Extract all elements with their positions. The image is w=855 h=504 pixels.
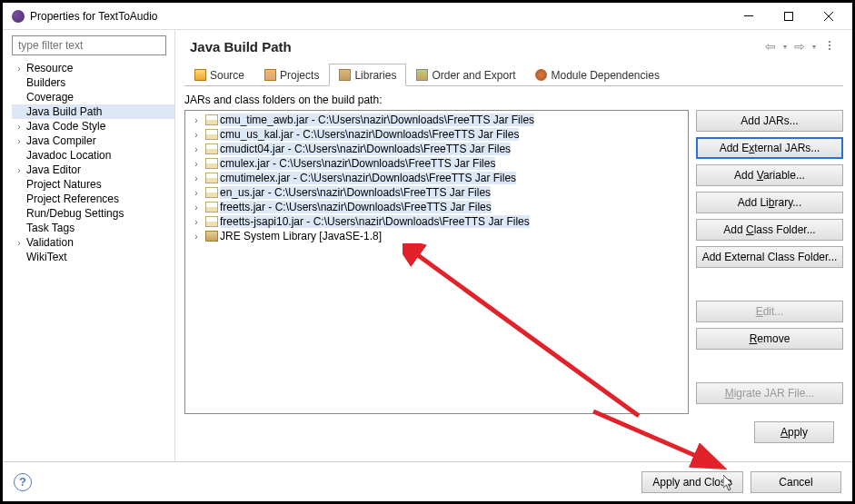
library-icon (205, 231, 218, 242)
sidebar-item-java-code-style[interactable]: ›Java Code Style (12, 119, 174, 133)
add-library-button[interactable]: Add Library... (696, 192, 843, 213)
jre-library-item[interactable]: › JRE System Library [JavaSE-1.8] (187, 229, 686, 243)
jar-item[interactable]: › freetts.jar - C:\Users\nazir\Downloads… (187, 200, 686, 214)
jar-item[interactable]: › freetts-jsapi10.jar - C:\Users\nazir\D… (187, 214, 686, 229)
help-icon[interactable]: ? (14, 473, 32, 491)
jar-item[interactable]: › cmutimelex.jar - C:\Users\nazir\Downlo… (187, 171, 686, 185)
sidebar-item-task-tags[interactable]: Task Tags (12, 221, 174, 235)
sidebar-item-project-natures[interactable]: Project Natures (12, 177, 174, 192)
jar-item[interactable]: › cmulex.jar - C:\Users\nazir\Downloads\… (187, 156, 686, 171)
jar-icon (205, 216, 218, 227)
add-class-folder-button[interactable]: Add Class Folder... (696, 219, 843, 241)
properties-tree: ›ResourceBuildersCoverageJava Build Path… (12, 61, 174, 461)
cancel-button[interactable]: Cancel (751, 471, 841, 493)
jar-icon (205, 143, 218, 154)
projects-icon (264, 69, 276, 81)
sidebar-item-resource[interactable]: ›Resource (12, 61, 174, 75)
remove-button[interactable]: Remove (696, 328, 843, 350)
tab-projects[interactable]: Projects (254, 64, 329, 86)
back-dropdown-icon[interactable]: ▾ (781, 43, 789, 51)
jar-item[interactable]: › en_us.jar - C:\Users\nazir\Downloads\F… (187, 185, 686, 200)
forward-icon[interactable]: ⇨ (792, 39, 807, 54)
page-title: Java Build Path (190, 39, 763, 54)
window-title: Properties for TextToAudio (30, 10, 729, 23)
jar-item[interactable]: › cmudict04.jar - C:\Users\nazir\Downloa… (187, 142, 686, 156)
tab-order-and-export[interactable]: Order and Export (406, 64, 525, 86)
libraries-icon (339, 69, 351, 81)
sidebar-item-project-references[interactable]: Project References (12, 192, 174, 206)
sidebar-item-run-debug-settings[interactable]: Run/Debug Settings (12, 206, 174, 221)
maximize-button[interactable] (769, 4, 809, 29)
tab-libraries[interactable]: Libraries (329, 64, 406, 86)
tab-module-dependencies[interactable]: Module Dependencies (525, 64, 669, 86)
filter-input[interactable] (12, 35, 166, 55)
source-icon (194, 69, 206, 81)
sidebar-item-coverage[interactable]: Coverage (12, 90, 174, 104)
sidebar-item-java-build-path[interactable]: Java Build Path (12, 104, 174, 119)
sidebar-item-javadoc-location[interactable]: Javadoc Location (12, 148, 174, 163)
sidebar-item-java-compiler[interactable]: ›Java Compiler (12, 133, 174, 148)
add-jars-button[interactable]: Add JARs... (696, 110, 843, 132)
sidebar: ›ResourceBuildersCoverageJava Build Path… (3, 30, 175, 461)
sidebar-item-wikitext[interactable]: WikiText (12, 250, 174, 264)
nav-icons: ⇦ ▾ ⇨ ▾ ⠇ (763, 39, 838, 54)
svg-rect-1 (785, 12, 793, 20)
order-icon (416, 69, 428, 81)
apply-button[interactable]: Apply (754, 421, 834, 443)
tab-source[interactable]: Source (184, 64, 254, 86)
sidebar-item-validation[interactable]: ›Validation (12, 235, 174, 250)
jar-icon (205, 202, 218, 212)
jar-list-label: JARs and class folders on the build path… (184, 94, 843, 106)
jar-icon (205, 187, 218, 198)
jar-icon (205, 158, 218, 169)
module-icon (535, 69, 547, 81)
migrate-jar-button: Migrate JAR File... (696, 382, 843, 404)
add-variable-button[interactable]: Add Variable... (696, 164, 843, 186)
menu-icon[interactable]: ⠇ (825, 39, 838, 54)
forward-dropdown-icon[interactable]: ▾ (810, 43, 818, 51)
tabbar: SourceProjectsLibrariesOrder and ExportM… (184, 63, 843, 86)
titlebar: Properties for TextToAudio (3, 3, 852, 30)
add-external-class-folder-button[interactable]: Add External Class Folder... (696, 246, 843, 268)
add-external-jars-button[interactable]: Add External JARs... (696, 137, 843, 159)
content-header: Java Build Path ⇦ ▾ ⇨ ▾ ⠇ (175, 30, 852, 63)
back-icon[interactable]: ⇦ (763, 39, 778, 54)
close-button[interactable] (809, 4, 849, 29)
jar-icon (205, 173, 218, 183)
sidebar-item-builders[interactable]: Builders (12, 75, 174, 90)
minimize-button[interactable] (729, 4, 769, 29)
sidebar-item-java-editor[interactable]: ›Java Editor (12, 163, 174, 177)
svg-rect-0 (744, 15, 753, 16)
jar-icon (205, 114, 218, 125)
edit-button: Edit... (696, 301, 843, 322)
mouse-cursor-icon (723, 475, 734, 491)
jar-list[interactable]: › cmu_time_awb.jar - C:\Users\nazir\Down… (184, 110, 689, 414)
jar-item[interactable]: › cmu_time_awb.jar - C:\Users\nazir\Down… (187, 113, 686, 127)
eclipse-icon (12, 10, 25, 23)
jar-icon (205, 129, 218, 140)
jar-item[interactable]: › cmu_us_kal.jar - C:\Users\nazir\Downlo… (187, 127, 686, 142)
